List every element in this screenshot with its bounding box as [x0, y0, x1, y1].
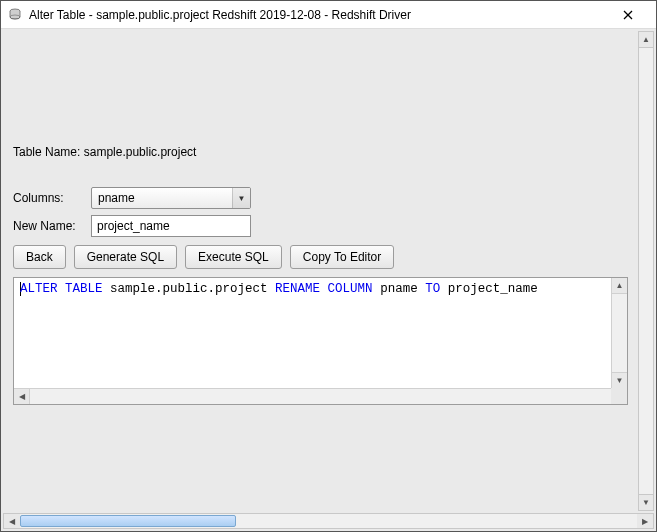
chevron-down-icon: ▼	[232, 188, 250, 208]
close-button[interactable]	[608, 3, 648, 27]
columns-label: Columns:	[13, 191, 91, 205]
scroll-left-icon[interactable]: ◀	[4, 514, 20, 528]
scroll-up-icon[interactable]: ▲	[612, 278, 627, 294]
dialog-window: Alter Table - sample.public.project Reds…	[0, 0, 657, 532]
table-name-label: Table Name:	[13, 145, 80, 159]
database-icon	[7, 7, 23, 23]
outer-horizontal-scrollbar[interactable]: ◀ ▶	[3, 513, 654, 529]
outer-hscroll-track[interactable]	[20, 514, 637, 528]
scroll-down-icon[interactable]: ▼	[612, 372, 627, 388]
sql-horizontal-scrollbar[interactable]: ◀ ▶	[14, 388, 627, 404]
scroll-corner	[611, 388, 627, 404]
scroll-down-icon[interactable]: ▼	[639, 494, 653, 510]
generate-sql-button[interactable]: Generate SQL	[74, 245, 177, 269]
window-title: Alter Table - sample.public.project Reds…	[29, 8, 608, 22]
table-name-value: sample.public.project	[84, 145, 197, 159]
close-icon	[623, 10, 633, 20]
new-name-input[interactable]	[91, 215, 251, 237]
new-name-label: New Name:	[13, 219, 91, 233]
content-region: Table Name: sample.public.project Column…	[5, 33, 634, 509]
outer-vertical-scrollbar[interactable]: ▲ ▼	[638, 31, 654, 511]
sql-hscroll-track[interactable]	[30, 389, 611, 404]
table-name-line: Table Name: sample.public.project	[13, 145, 630, 159]
titlebar: Alter Table - sample.public.project Reds…	[1, 1, 656, 29]
scroll-left-icon[interactable]: ◀	[14, 389, 30, 404]
dialog-body: Table Name: sample.public.project Column…	[1, 29, 656, 531]
scroll-right-icon[interactable]: ▶	[637, 514, 653, 528]
sql-text-area[interactable]: ALTER TABLE sample.public.project RENAME…	[14, 278, 611, 388]
execute-sql-button[interactable]: Execute SQL	[185, 245, 282, 269]
scroll-thumb[interactable]	[20, 515, 236, 527]
back-button[interactable]: Back	[13, 245, 66, 269]
button-bar: Back Generate SQL Execute SQL Copy To Ed…	[13, 245, 630, 269]
sql-panel: ALTER TABLE sample.public.project RENAME…	[13, 277, 628, 405]
columns-combo[interactable]: pname ▼	[91, 187, 251, 209]
sql-vertical-scrollbar[interactable]: ▲ ▼	[611, 278, 627, 388]
columns-row: Columns: pname ▼	[13, 187, 630, 209]
copy-to-editor-button[interactable]: Copy To Editor	[290, 245, 395, 269]
columns-combo-value: pname	[98, 191, 135, 205]
new-name-row: New Name:	[13, 215, 630, 237]
scroll-up-icon[interactable]: ▲	[639, 32, 653, 48]
